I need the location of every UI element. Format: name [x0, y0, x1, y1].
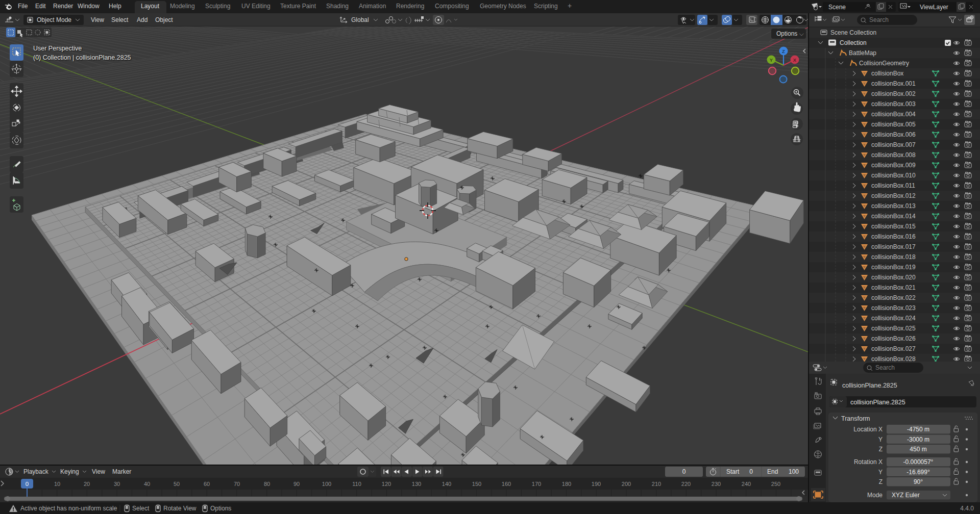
svg-text:Z: Z: [879, 478, 883, 485]
svg-text:120: 120: [382, 481, 391, 487]
svg-text:collisionBox.026: collisionBox.026: [871, 335, 916, 342]
svg-text:Start: Start: [726, 468, 740, 475]
svg-text:XYZ Euler: XYZ Euler: [892, 492, 920, 499]
svg-text:collisionBox.007: collisionBox.007: [871, 141, 916, 148]
svg-text:10: 10: [54, 481, 60, 487]
svg-text:Keying: Keying: [60, 468, 79, 475]
svg-text:Select: Select: [132, 505, 150, 512]
svg-text:collisionBox.016: collisionBox.016: [871, 233, 916, 240]
svg-text:collisionBox.022: collisionBox.022: [871, 294, 916, 301]
svg-text:Collection: Collection: [840, 39, 867, 46]
svg-text:190: 190: [592, 481, 601, 487]
svg-text:Playback: Playback: [23, 468, 49, 475]
svg-text:150: 150: [472, 481, 481, 487]
svg-text:collisionBox.001: collisionBox.001: [871, 80, 916, 87]
svg-text:BattleMap: BattleMap: [849, 49, 876, 57]
svg-text:collisionBox.015: collisionBox.015: [871, 223, 916, 230]
svg-text:30: 30: [114, 481, 120, 487]
svg-text:Y: Y: [878, 469, 883, 476]
svg-text:collisionBox.018: collisionBox.018: [871, 253, 916, 261]
svg-text:ViewLayer: ViewLayer: [920, 4, 948, 11]
svg-text:Y: Y: [878, 436, 883, 443]
svg-text:Transform: Transform: [841, 415, 870, 422]
svg-text:collisionBox.021: collisionBox.021: [871, 284, 916, 291]
svg-text:230: 230: [712, 481, 721, 487]
svg-text:collisionBox: collisionBox: [871, 70, 903, 77]
svg-text:Mode: Mode: [867, 492, 883, 499]
svg-text:140: 140: [442, 481, 451, 487]
svg-text:-0.000057°: -0.000057°: [903, 458, 934, 466]
svg-text:Z: Z: [782, 48, 785, 54]
svg-text:collisionBox.014: collisionBox.014: [871, 213, 916, 220]
svg-text:170: 170: [532, 481, 541, 487]
svg-text:collisionBox.004: collisionBox.004: [871, 111, 916, 118]
svg-text:90°: 90°: [914, 478, 923, 485]
svg-text:0: 0: [26, 481, 29, 487]
svg-text:Y: Y: [770, 57, 773, 63]
svg-text:180: 180: [562, 481, 571, 487]
svg-text:Rotate View: Rotate View: [163, 505, 197, 512]
svg-text:-3000 m: -3000 m: [907, 436, 929, 443]
svg-text:160: 160: [502, 481, 511, 487]
svg-text:collisionBox.009: collisionBox.009: [871, 162, 916, 169]
svg-text:collisionBox.003: collisionBox.003: [871, 100, 916, 108]
svg-text:Scene Collection: Scene Collection: [830, 29, 876, 36]
svg-text:End: End: [767, 468, 778, 475]
svg-text:CollisionGeometry: CollisionGeometry: [859, 60, 909, 67]
svg-text:Object: Object: [155, 16, 173, 23]
svg-text:Marker: Marker: [112, 468, 131, 475]
svg-text:-16.699°: -16.699°: [906, 469, 930, 476]
svg-text:collisionBox.019: collisionBox.019: [871, 264, 916, 271]
svg-text:Rotation X: Rotation X: [854, 458, 883, 466]
svg-text:collisionBox.024: collisionBox.024: [871, 315, 916, 322]
svg-text:60: 60: [204, 481, 210, 487]
svg-text:Select: Select: [111, 16, 129, 23]
svg-text:Search: Search: [875, 364, 895, 371]
svg-text:collisionBox.020: collisionBox.020: [871, 274, 916, 281]
svg-text:Options: Options: [210, 505, 231, 512]
svg-text:100: 100: [789, 468, 799, 475]
svg-text:Active object has non-uniform: Active object has non-uniform scale: [20, 505, 117, 512]
svg-text:collisionBox.005: collisionBox.005: [871, 121, 916, 128]
svg-text:240: 240: [742, 481, 751, 487]
svg-text:200: 200: [622, 481, 631, 487]
svg-text:130: 130: [412, 481, 421, 487]
svg-text:90: 90: [293, 481, 300, 487]
svg-text:50: 50: [174, 481, 180, 487]
svg-text:450 m: 450 m: [910, 446, 926, 453]
svg-text:40: 40: [144, 481, 150, 487]
svg-text:collisionBox.008: collisionBox.008: [871, 151, 916, 159]
svg-text:collisionBox.010: collisionBox.010: [871, 172, 916, 179]
svg-text:Scene: Scene: [828, 4, 846, 11]
svg-text:20: 20: [84, 481, 90, 487]
svg-text:100: 100: [322, 481, 331, 487]
svg-text:collisionBox.013: collisionBox.013: [871, 202, 916, 210]
svg-text:X: X: [793, 57, 797, 63]
svg-text:Location X: Location X: [853, 426, 883, 433]
svg-text:0: 0: [749, 468, 753, 475]
svg-text:View: View: [92, 468, 105, 475]
svg-text:collisionBox.025: collisionBox.025: [871, 325, 916, 332]
svg-text:collisionPlane.2825: collisionPlane.2825: [842, 382, 897, 389]
svg-text:220: 220: [681, 481, 691, 487]
svg-text:collisionBox.017: collisionBox.017: [871, 243, 916, 250]
svg-text:Global: Global: [351, 16, 369, 23]
svg-text:collisionBox.023: collisionBox.023: [871, 304, 916, 312]
svg-text:70: 70: [234, 481, 240, 487]
svg-text:collisionBox.006: collisionBox.006: [871, 131, 916, 138]
svg-text:collisionBox.027: collisionBox.027: [871, 345, 916, 352]
svg-text:collisionBox.012: collisionBox.012: [871, 192, 916, 199]
svg-text:210: 210: [652, 481, 661, 487]
svg-text:View: View: [91, 16, 104, 23]
svg-text:-4750 m: -4750 m: [907, 426, 929, 433]
svg-text:0: 0: [682, 468, 686, 475]
svg-text:250: 250: [771, 481, 780, 487]
svg-text:collisionPlane.2825: collisionPlane.2825: [850, 399, 905, 406]
svg-text:collisionBox.002: collisionBox.002: [871, 90, 916, 97]
svg-text:Object Mode: Object Mode: [37, 16, 71, 23]
svg-text:Z: Z: [879, 446, 883, 453]
svg-text:Add: Add: [137, 16, 148, 23]
svg-text:80: 80: [264, 481, 270, 487]
svg-text:110: 110: [352, 481, 361, 487]
svg-text:Search: Search: [869, 16, 889, 23]
